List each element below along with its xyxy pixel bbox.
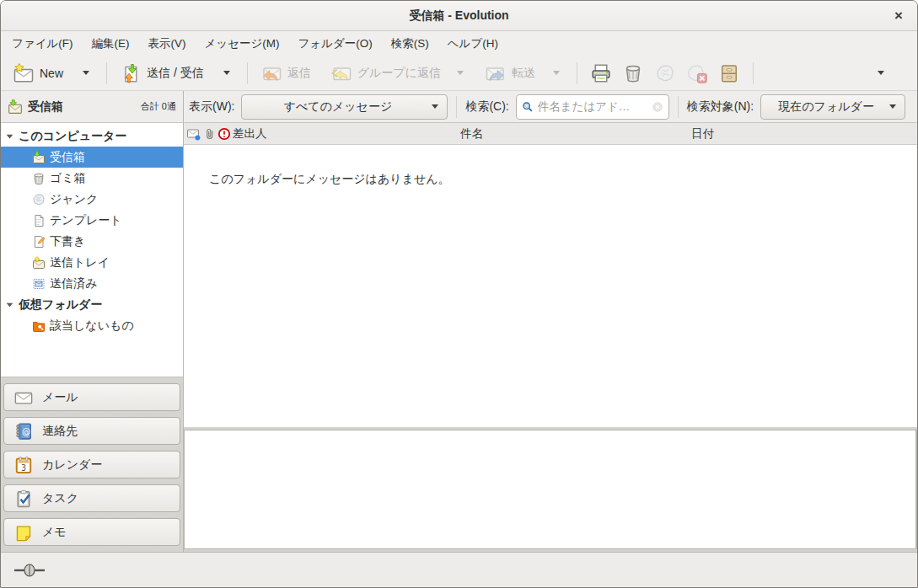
message-list[interactable]: このフォルダーにメッセージはありません。 — [184, 145, 917, 427]
mail-icon — [14, 388, 33, 407]
sidebar-item-templates[interactable]: テンプレート — [1, 210, 183, 231]
sidebar: このコンピューター 受信箱 ゴミ箱 ジャンク テンプレート — [1, 123, 184, 552]
switcher-calendar-button[interactable]: 3 カレンダー — [3, 451, 180, 478]
important-icon[interactable] — [217, 123, 231, 144]
inbox-icon — [8, 99, 23, 115]
junk-icon — [655, 63, 675, 83]
reply-icon — [261, 63, 282, 83]
toolbar-overflow-button[interactable] — [868, 67, 894, 79]
send-receive-button[interactable]: 送信 / 受信 — [115, 59, 239, 88]
folder-tree: このコンピューター 受信箱 ゴミ箱 ジャンク テンプレート — [1, 123, 183, 377]
junk-icon — [32, 193, 46, 206]
column-subject[interactable]: 件名 — [460, 123, 483, 144]
sidebar-item-inbox[interactable]: 受信箱 — [1, 147, 183, 168]
mark-not-junk-button[interactable] — [681, 59, 713, 88]
search-icon — [522, 101, 534, 113]
sidebar-item-outbox[interactable]: 送信トレイ — [1, 252, 183, 273]
switcher-memos-button[interactable]: メモ — [3, 518, 180, 546]
folder-search-bar: 受信箱 合計 0通 表示(W): すべてのメッセージ 検索(C): 検索対象(N… — [1, 91, 917, 123]
statusbar — [1, 552, 917, 587]
sidebar-item-drafts[interactable]: 下書き — [1, 231, 183, 252]
calendar-icon: 3 — [14, 456, 33, 474]
current-folder-header: 受信箱 合計 0通 — [1, 91, 184, 122]
toolbar-separator — [106, 62, 107, 84]
expander-icon[interactable] — [5, 131, 14, 141]
new-message-button[interactable]: New — [8, 59, 99, 88]
view-filter-dropdown[interactable]: すべてのメッセージ — [241, 94, 448, 120]
message-area: 差出人 件名 日付 このフォルダーにメッセージはありません。 — [184, 123, 917, 552]
view-switcher: メール @ 連絡先 3 カレンダー タスク メモ — [1, 377, 183, 552]
forward-dropdown-arrow-icon[interactable] — [553, 71, 560, 75]
switcher-tasks-button[interactable]: タスク — [3, 484, 180, 512]
search-scope-label: 検索対象(N): — [687, 99, 754, 115]
overflow-menu-icon — [878, 71, 884, 75]
preview-pane — [184, 430, 917, 549]
new-mail-icon — [13, 63, 34, 83]
contacts-icon: @ — [14, 422, 33, 441]
print-button[interactable] — [585, 59, 617, 88]
menu-folder[interactable]: フォルダー(O) — [289, 31, 382, 56]
forward-icon — [486, 63, 506, 83]
separator — [456, 96, 457, 118]
tasks-icon — [14, 489, 33, 508]
expander-icon[interactable] — [5, 300, 14, 309]
delete-icon — [623, 63, 643, 83]
folder-group-this-computer[interactable]: このコンピューター — [1, 126, 183, 147]
column-from[interactable]: 差出人 — [233, 123, 267, 144]
trash-icon — [32, 172, 46, 185]
delete-button[interactable] — [617, 59, 649, 88]
switcher-contacts-button[interactable]: @ 連絡先 — [3, 417, 180, 445]
menu-view[interactable]: 表示(V) — [139, 31, 196, 56]
archive-button[interactable] — [713, 59, 745, 88]
message-list-header: 差出人 件名 日付 — [184, 123, 917, 145]
search-box[interactable] — [516, 94, 669, 120]
menu-file[interactable]: ファイル(F) — [3, 31, 83, 56]
group-reply-button[interactable]: グループに返信 — [325, 59, 473, 88]
toolbar-separator — [753, 62, 754, 84]
outbox-icon — [32, 256, 46, 270]
send-receive-dropdown-arrow-icon[interactable] — [223, 71, 230, 75]
menubar: ファイル(F) 編集(E) 表示(V) メッセージ(M) フォルダー(O) 検索… — [1, 31, 917, 56]
column-date[interactable]: 日付 — [691, 123, 714, 144]
folder-group-search-folders[interactable]: 仮想フォルダー — [1, 294, 183, 315]
main-content: このコンピューター 受信箱 ゴミ箱 ジャンク テンプレート — [1, 123, 917, 552]
online-status-button[interactable] — [9, 560, 50, 580]
search-input[interactable] — [538, 100, 647, 113]
sidebar-item-trash[interactable]: ゴミ箱 — [1, 168, 183, 189]
view-search-controls: 表示(W): すべてのメッセージ 検索(C): 検索対象(N): 現在のフォルダ… — [184, 94, 917, 120]
empty-folder-message: このフォルダーにメッセージはありません。 — [209, 172, 450, 185]
new-dropdown-arrow-icon[interactable] — [83, 71, 89, 75]
view-label: 表示(W): — [189, 99, 234, 115]
forward-button[interactable]: 転送 — [480, 59, 569, 88]
send-receive-icon — [121, 63, 141, 83]
toolbar: New 送信 / 受信 返信 グループに返信 転送 — [1, 56, 917, 91]
group-reply-dropdown-arrow-icon[interactable] — [457, 71, 464, 75]
clear-search-icon[interactable] — [652, 101, 663, 113]
titlebar: 受信箱 - Evolution × — [1, 1, 917, 31]
folder-total-count: 合計 0通 — [141, 100, 176, 113]
separator — [678, 96, 679, 118]
message-status-icon[interactable] — [187, 123, 201, 144]
group-reply-icon — [331, 63, 352, 83]
sidebar-item-unmatched[interactable]: 該当しないもの — [1, 315, 183, 336]
sidebar-item-junk[interactable]: ジャンク — [1, 189, 183, 210]
reply-button[interactable]: 返信 — [255, 59, 317, 88]
attachment-icon[interactable] — [203, 123, 217, 144]
sidebar-item-sent[interactable]: 送信済み — [1, 273, 183, 294]
window-title: 受信箱 - Evolution — [409, 8, 508, 24]
menu-edit[interactable]: 編集(E) — [83, 31, 139, 56]
svg-text:3: 3 — [21, 462, 26, 472]
menu-message[interactable]: メッセージ(M) — [196, 31, 289, 56]
mark-junk-button[interactable] — [649, 59, 681, 88]
menu-search[interactable]: 検索(S) — [382, 31, 438, 56]
menu-help[interactable]: ヘルプ(H) — [438, 31, 507, 56]
chevron-down-icon — [889, 104, 896, 109]
close-icon: × — [894, 8, 903, 24]
toolbar-separator — [247, 62, 248, 84]
switcher-mail-button[interactable]: メール — [3, 383, 180, 411]
close-button[interactable]: × — [888, 6, 909, 26]
svg-text:@: @ — [22, 425, 30, 436]
toolbar-separator — [577, 62, 577, 84]
search-scope-dropdown[interactable]: 現在のフォルダー — [760, 94, 905, 120]
search-label: 検索(C): — [465, 99, 508, 115]
